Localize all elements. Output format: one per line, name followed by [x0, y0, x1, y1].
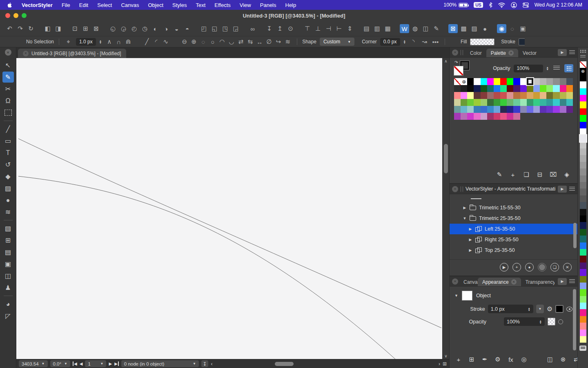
- palette-swatch[interactable]: [553, 85, 559, 92]
- blob-tool[interactable]: ●: [2, 195, 14, 206]
- panel-tab[interactable]: Vector✕: [518, 49, 541, 57]
- shape-preset-dropdown[interactable]: Custom▼: [320, 38, 354, 46]
- tree-row[interactable]: ▶ Left 25-35-50: [450, 224, 577, 234]
- palette-swatch[interactable]: [507, 92, 513, 99]
- strip-swatch[interactable]: [580, 175, 586, 182]
- palette-swatch[interactable]: [494, 99, 500, 106]
- palette-swatch[interactable]: [507, 113, 513, 120]
- preview-icon[interactable]: ◉: [497, 24, 506, 33]
- toolbar-icon[interactable]: [193, 24, 198, 33]
- palette-swatch[interactable]: [481, 99, 487, 106]
- palette-swatch[interactable]: [507, 78, 513, 85]
- palette-swatch[interactable]: [520, 106, 527, 113]
- select-tool[interactable]: ↖: [2, 60, 14, 71]
- palette-swatch[interactable]: [481, 113, 487, 120]
- close-panel-icon[interactable]: ✕: [563, 263, 572, 272]
- stroke-visibility-eye-icon[interactable]: [566, 307, 572, 312]
- distribute-icon[interactable]: ⇕: [345, 24, 354, 33]
- palette-swatch[interactable]: [494, 78, 500, 85]
- palette-swatch[interactable]: [566, 85, 573, 92]
- node-op-icon[interactable]: [133, 37, 142, 46]
- corner-radius-field[interactable]: 0.0 px: [380, 38, 400, 46]
- strip-swatch[interactable]: [580, 108, 586, 115]
- menu-item[interactable]: View: [240, 2, 251, 8]
- tree-row[interactable]: ▶ Top 25-35-50: [450, 245, 577, 256]
- palette-swatch[interactable]: [566, 92, 573, 99]
- palette-swatch[interactable]: [513, 85, 520, 92]
- expand-icon[interactable]: ◱: [210, 24, 219, 33]
- toolbar-icon[interactable]: [442, 24, 447, 33]
- snap-icon[interactable]: ◌: [508, 24, 517, 33]
- toolbar-icon[interactable]: [102, 24, 107, 33]
- move-anchor-icon[interactable]: ⌖: [64, 37, 73, 46]
- document-tab[interactable]: × Untitled-3 [RGB] [@3403.5%] - [Modifie…: [18, 49, 126, 58]
- vertical-scrollbar[interactable]: ∧ ∨: [442, 58, 449, 359]
- trim-icon[interactable]: ◑: [161, 24, 171, 33]
- palette-swatch[interactable]: [467, 85, 474, 92]
- stroke-preset-dropdown[interactable]: ▼: [536, 305, 544, 313]
- strip-swatch[interactable]: [580, 122, 586, 128]
- crop-icon[interactable]: ◰: [199, 24, 209, 33]
- duplicate-icon[interactable]: ⊠: [91, 24, 101, 33]
- palette-swatch[interactable]: [507, 85, 513, 92]
- palette-swatch[interactable]: [454, 99, 461, 106]
- presets-panel-icon[interactable]: ▦: [383, 24, 392, 33]
- arc-down-icon[interactable]: ◡: [227, 37, 236, 46]
- panel-overflow-button[interactable]: ▶: [558, 278, 567, 285]
- palette-swatch[interactable]: [520, 85, 527, 92]
- canvas[interactable]: [16, 58, 442, 359]
- shear-icon[interactable]: ◨: [53, 24, 63, 33]
- palette-swatch[interactable]: [461, 106, 467, 113]
- panel-tab[interactable]: Canvas✕: [459, 278, 478, 286]
- palette-swatch[interactable]: [527, 106, 533, 113]
- stroke-settings-gear-icon[interactable]: ⚙: [547, 305, 552, 313]
- tree-scroll-thumb[interactable]: [573, 223, 577, 248]
- palette-swatch[interactable]: [461, 78, 467, 85]
- palette-swatch[interactable]: [533, 92, 540, 99]
- strip-swatch[interactable]: [580, 195, 586, 202]
- menu-item[interactable]: Canvas: [121, 2, 139, 8]
- strip-swatch[interactable]: [580, 148, 586, 155]
- strip-swatch[interactable]: [580, 236, 586, 242]
- tool[interactable]: [2, 119, 14, 123]
- snapshot-icon[interactable]: ◎: [520, 355, 528, 364]
- comment-bubble-icon[interactable]: [579, 346, 586, 351]
- palette-swatch[interactable]: [540, 99, 546, 106]
- strip-swatch[interactable]: [580, 202, 586, 209]
- palette-swatch[interactable]: [553, 78, 559, 85]
- panel-close-button[interactable]: ×: [452, 186, 458, 192]
- palette-swatch[interactable]: [527, 99, 533, 106]
- strip-swatch[interactable]: [580, 81, 586, 88]
- palette-swatch[interactable]: [487, 92, 494, 99]
- s-curve-icon[interactable]: ∿: [161, 37, 170, 46]
- tool[interactable]: [2, 294, 14, 298]
- palette-swatch[interactable]: [500, 106, 507, 113]
- envelope-icon[interactable]: ⊠: [448, 24, 458, 33]
- add-fx-icon[interactable]: fx: [507, 355, 515, 364]
- palette-swatch[interactable]: [546, 78, 553, 85]
- strip-swatch[interactable]: [580, 68, 586, 74]
- merge-icon[interactable]: ◒: [172, 24, 181, 33]
- palette-swatch[interactable]: [500, 92, 507, 99]
- palette-swatch[interactable]: [553, 92, 559, 99]
- dock-close-button[interactable]: ×: [5, 49, 11, 56]
- menu-item[interactable]: Panels: [260, 2, 276, 8]
- palette-swatch[interactable]: [553, 106, 559, 113]
- palette-swatch[interactable]: [527, 85, 533, 92]
- toolbar-icon[interactable]: [394, 24, 399, 33]
- edit-swatch-icon[interactable]: ✎: [495, 170, 503, 179]
- list-view-icon[interactable]: [552, 64, 561, 72]
- clear-style-icon[interactable]: ⊗: [559, 355, 567, 364]
- strip-menu-icon[interactable]: [580, 55, 586, 58]
- palette-swatch[interactable]: [474, 106, 480, 113]
- stripes-icon[interactable]: ▨: [470, 24, 479, 33]
- last-page-button[interactable]: ▶: [114, 361, 119, 366]
- palette-swatch[interactable]: [546, 99, 553, 106]
- symmetric-node-icon[interactable]: ⋒: [124, 37, 132, 46]
- palette-swatch[interactable]: [487, 99, 494, 106]
- palette-swatch[interactable]: [500, 78, 507, 85]
- artboard-nav-icon[interactable]: ⊞: [443, 361, 447, 367]
- more-icon[interactable]: •••: [431, 37, 440, 46]
- arc-up-icon[interactable]: ◠: [218, 37, 226, 46]
- palette-swatch[interactable]: [540, 85, 546, 92]
